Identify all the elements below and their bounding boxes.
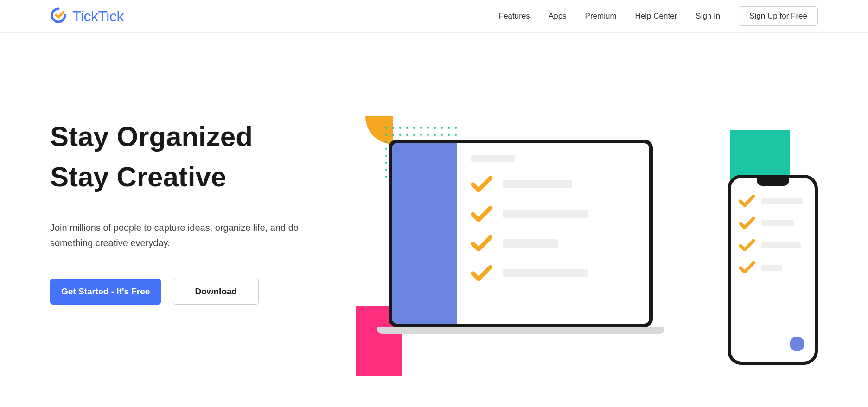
- svg-point-19: [441, 134, 443, 136]
- sign-up-button[interactable]: Sign Up for Free: [739, 6, 818, 26]
- svg-point-10: [455, 127, 457, 129]
- illustration-laptop: [389, 140, 667, 348]
- check-icon: [471, 176, 492, 192]
- svg-point-21: [455, 134, 457, 136]
- svg-point-2: [399, 127, 401, 129]
- svg-point-4: [413, 127, 415, 129]
- hero-title: Stay Organized Stay Creative: [50, 116, 338, 197]
- svg-point-17: [427, 134, 429, 136]
- nav-help-center[interactable]: Help Center: [635, 12, 677, 21]
- hero-title-line2: Stay Creative: [50, 161, 226, 192]
- svg-point-13: [399, 134, 401, 136]
- hero-buttons: Get Started - It's Free Download: [50, 279, 338, 305]
- svg-point-12: [392, 134, 394, 136]
- illustration-phone: [728, 175, 818, 365]
- hero-section: Stay Organized Stay Creative Join millio…: [0, 33, 868, 376]
- svg-point-9: [448, 127, 450, 129]
- hero-illustration: [356, 116, 818, 376]
- logo[interactable]: TickTick: [50, 7, 124, 25]
- nav-sign-in[interactable]: Sign In: [696, 12, 720, 21]
- svg-point-0: [385, 127, 387, 129]
- nav-premium[interactable]: Premium: [585, 12, 617, 21]
- hero-copy: Stay Organized Stay Creative Join millio…: [50, 116, 338, 376]
- hero-subtitle: Join millions of people to capture ideas…: [50, 220, 328, 251]
- hero-title-line1: Stay Organized: [50, 121, 253, 152]
- svg-point-3: [406, 127, 408, 129]
- check-icon: [471, 235, 492, 251]
- svg-point-22: [385, 141, 387, 143]
- check-icon: [739, 239, 755, 251]
- check-icon: [739, 195, 755, 207]
- svg-point-8: [441, 127, 443, 129]
- check-icon: [739, 261, 755, 273]
- svg-point-7: [434, 127, 436, 129]
- logo-text: TickTick: [72, 8, 124, 25]
- svg-point-1: [392, 127, 394, 129]
- download-button[interactable]: Download: [173, 279, 259, 305]
- svg-point-77: [385, 176, 387, 178]
- check-icon: [739, 217, 755, 229]
- check-icon: [471, 206, 492, 222]
- svg-point-66: [385, 169, 387, 171]
- svg-point-15: [413, 134, 415, 136]
- phone-fab-icon: [790, 337, 804, 351]
- svg-point-11: [385, 134, 387, 136]
- svg-point-16: [420, 134, 422, 136]
- svg-point-55: [385, 162, 387, 164]
- nav-apps[interactable]: Apps: [549, 12, 567, 21]
- main-nav: Features Apps Premium Help Center Sign I…: [499, 6, 818, 26]
- get-started-button[interactable]: Get Started - It's Free: [50, 279, 161, 305]
- svg-point-44: [385, 155, 387, 157]
- nav-features[interactable]: Features: [499, 12, 530, 21]
- svg-point-18: [434, 134, 436, 136]
- svg-point-33: [385, 148, 387, 150]
- header: TickTick Features Apps Premium Help Cent…: [0, 0, 868, 33]
- logo-icon: [50, 7, 67, 25]
- svg-point-14: [406, 134, 408, 136]
- check-icon: [471, 265, 492, 281]
- svg-point-20: [448, 134, 450, 136]
- svg-point-6: [427, 127, 429, 129]
- svg-point-5: [420, 127, 422, 129]
